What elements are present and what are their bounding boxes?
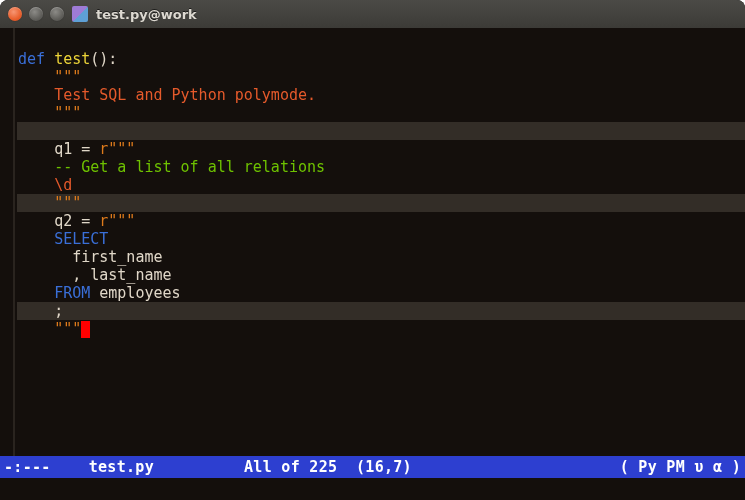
sql-comment: -- Get a list of all relations (54, 158, 325, 176)
minibuffer[interactable] (0, 478, 745, 500)
code-buffer[interactable]: def test(): """ Test SQL and Python poly… (18, 32, 745, 338)
modeline-all: All of 225 (244, 458, 337, 476)
sql-ident: employees (90, 284, 180, 302)
triple-quote: """ (54, 194, 81, 212)
maximize-icon[interactable] (50, 7, 64, 21)
cursor (81, 321, 90, 338)
sql-keyword: SELECT (54, 230, 108, 248)
triple-quote: """ (54, 68, 81, 86)
close-icon[interactable] (8, 7, 22, 21)
window-title: test.py@work (96, 7, 197, 22)
equals: = (72, 212, 99, 230)
triple-quote: """ (108, 140, 135, 158)
raw-prefix: r (99, 140, 108, 158)
sql-text: \d (54, 176, 72, 194)
minimize-icon[interactable] (29, 7, 43, 21)
titlebar[interactable]: test.py@work (0, 0, 745, 28)
modeline[interactable]: -:--- test.py All of 225 (16,7) ( Py PM … (0, 456, 745, 478)
modeline-filename[interactable]: test.py (89, 458, 154, 476)
editor-window: test.py@work def test(): """ Test SQL an… (0, 0, 745, 500)
sql-ident: last_name (90, 266, 171, 284)
modeline-position: All of 225 (16,7) (244, 458, 412, 476)
parens: () (90, 50, 108, 68)
raw-prefix: r (99, 212, 108, 230)
colon: : (108, 50, 117, 68)
comma: , (72, 266, 90, 284)
sql-ident: first_name (72, 248, 162, 266)
editor-area[interactable]: def test(): """ Test SQL and Python poly… (0, 28, 745, 456)
triple-quote: """ (108, 212, 135, 230)
equals: = (72, 140, 99, 158)
variable: q2 (54, 212, 72, 230)
modeline-status: -:--- (4, 458, 51, 476)
modeline-modes[interactable]: ( Py PM υ α ) (620, 458, 741, 476)
app-icon (72, 6, 88, 22)
docstring-text: Test SQL and Python polymode. (54, 86, 316, 104)
triple-quote: """ (54, 320, 81, 338)
modeline-rowcol: (16,7) (356, 458, 412, 476)
sql-keyword: FROM (54, 284, 90, 302)
fringe (0, 28, 15, 456)
semicolon: ; (54, 302, 63, 320)
window-controls (8, 7, 64, 21)
variable: q1 (54, 140, 72, 158)
keyword-def: def (18, 50, 45, 68)
triple-quote: """ (54, 104, 81, 122)
function-name: test (54, 50, 90, 68)
